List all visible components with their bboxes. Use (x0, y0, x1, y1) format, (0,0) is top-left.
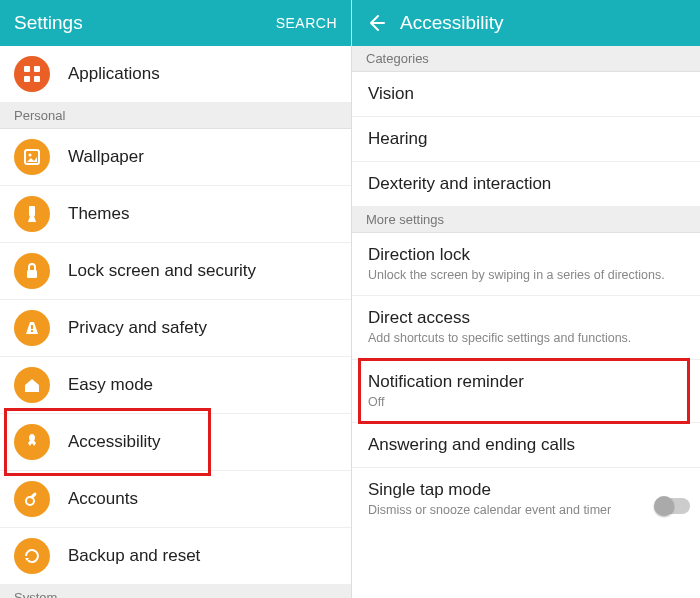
item-sub: Unlock the screen by swiping in a series… (368, 267, 684, 283)
settings-item-accounts[interactable]: Accounts (0, 471, 351, 528)
accounts-icon (14, 481, 50, 517)
accessibility-item-dexterity[interactable]: Dexterity and interaction (352, 162, 700, 207)
svg-rect-8 (31, 325, 33, 329)
settings-title: Settings (14, 12, 276, 34)
accessibility-item-vision[interactable]: Vision (352, 72, 700, 117)
svg-rect-9 (31, 330, 33, 332)
settings-item-label: Themes (68, 204, 129, 224)
single-tap-toggle[interactable] (656, 498, 690, 514)
svg-point-5 (29, 154, 32, 157)
accessibility-title: Accessibility (400, 12, 686, 34)
item-label: Vision (368, 84, 684, 104)
accessibility-panel: Accessibility Categories Vision Hearing … (352, 0, 700, 598)
settings-item-wallpaper[interactable]: Wallpaper (0, 129, 351, 186)
lock-icon (14, 253, 50, 289)
wallpaper-icon (14, 139, 50, 175)
section-personal: Personal (0, 103, 351, 129)
themes-icon (14, 196, 50, 232)
settings-item-label: Privacy and safety (68, 318, 207, 338)
settings-item-label: Easy mode (68, 375, 153, 395)
settings-item-easy-mode[interactable]: Easy mode (0, 357, 351, 414)
svg-rect-6 (29, 206, 35, 216)
accessibility-item-direct-access[interactable]: Direct access Add shortcuts to specific … (352, 296, 700, 359)
settings-item-lock-security[interactable]: Lock screen and security (0, 243, 351, 300)
accessibility-icon (14, 424, 50, 460)
item-label: Single tap mode (368, 480, 684, 500)
settings-item-applications[interactable]: Applications (0, 46, 351, 103)
settings-item-label: Lock screen and security (68, 261, 256, 281)
item-label: Dexterity and interaction (368, 174, 684, 194)
item-sub: Dismiss or snooze calendar event and tim… (368, 502, 684, 518)
settings-item-privacy[interactable]: Privacy and safety (0, 300, 351, 357)
settings-item-backup[interactable]: Backup and reset (0, 528, 351, 585)
svg-rect-0 (24, 66, 30, 72)
accessibility-item-answering-calls[interactable]: Answering and ending calls (352, 423, 700, 468)
svg-rect-3 (34, 76, 40, 82)
applications-icon (14, 56, 50, 92)
arrow-left-icon (366, 13, 386, 33)
item-sub: Off (368, 394, 684, 410)
easy-mode-icon (14, 367, 50, 403)
settings-header: Settings SEARCH (0, 0, 351, 46)
accessibility-header: Accessibility (352, 0, 700, 46)
svg-rect-7 (27, 270, 37, 278)
item-label: Notification reminder (368, 372, 684, 392)
accessibility-item-single-tap[interactable]: Single tap mode Dismiss or snooze calend… (352, 468, 700, 522)
accessibility-item-notification-reminder[interactable]: Notification reminder Off (352, 360, 700, 423)
back-button[interactable] (366, 13, 386, 33)
item-sub: Add shortcuts to specific settings and f… (368, 330, 684, 346)
accessibility-item-direction-lock[interactable]: Direction lock Unlock the screen by swip… (352, 233, 700, 296)
settings-item-label: Accounts (68, 489, 138, 509)
settings-list: Applications Personal Wallpaper Themes L… (0, 46, 351, 598)
search-button[interactable]: SEARCH (276, 15, 337, 31)
section-categories: Categories (352, 46, 700, 72)
item-label: Hearing (368, 129, 684, 149)
item-label: Direction lock (368, 245, 684, 265)
settings-item-label: Backup and reset (68, 546, 200, 566)
svg-rect-1 (34, 66, 40, 72)
item-label: Direct access (368, 308, 684, 328)
settings-panel: Settings SEARCH Applications Personal Wa… (0, 0, 352, 598)
section-more-settings: More settings (352, 207, 700, 233)
item-label: Answering and ending calls (368, 435, 684, 455)
svg-rect-2 (24, 76, 30, 82)
backup-icon (14, 538, 50, 574)
settings-item-label: Accessibility (68, 432, 161, 452)
settings-item-label: Wallpaper (68, 147, 144, 167)
section-system: System (0, 585, 351, 598)
settings-item-label: Applications (68, 64, 160, 84)
settings-item-themes[interactable]: Themes (0, 186, 351, 243)
accessibility-item-hearing[interactable]: Hearing (352, 117, 700, 162)
privacy-icon (14, 310, 50, 346)
settings-item-accessibility[interactable]: Accessibility (0, 414, 351, 471)
